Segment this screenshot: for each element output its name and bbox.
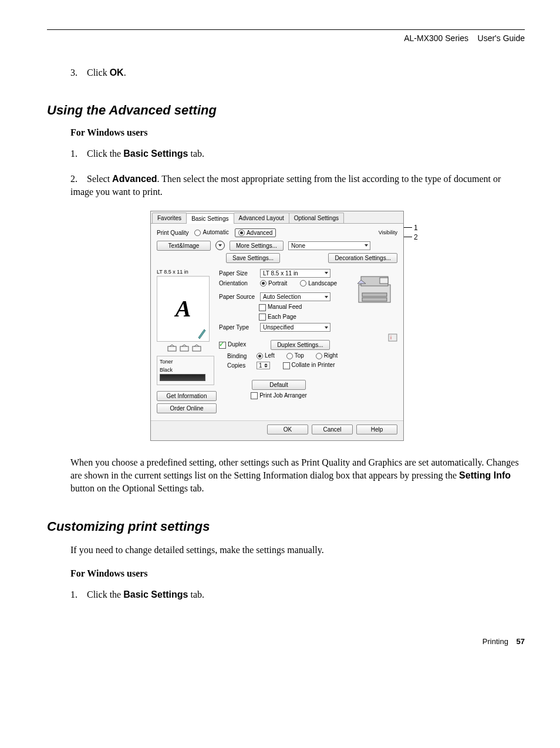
order-online-button[interactable]: Order Online [157,403,217,413]
copies-label: Copies [227,362,253,369]
visibility-dropdown[interactable]: None [288,241,370,250]
dropdown-callout-icon [215,241,225,250]
paper-type-label: Paper Type [219,324,257,331]
page-header: AL-MX300 Series User's Guide [47,33,525,43]
for-windows-users-2: For Windows users [70,568,525,579]
paper-size-dropdown[interactable]: LT 8.5 x 11 in [260,269,330,278]
orientation-label: Orientation [219,280,257,287]
get-information-button[interactable]: Get Information [157,391,217,401]
radio-binding-right[interactable]: Right [316,352,338,359]
more-settings-button[interactable]: More Settings... [230,241,284,251]
svg-rect-2 [193,346,201,351]
decoration-settings-button[interactable]: Decoration Settings... [328,253,397,263]
default-button[interactable]: Default [252,380,306,390]
step-1-basic-settings: 1. Click the Basic Settings tab. [70,147,525,160]
binding-label: Binding [227,353,253,359]
dialog-tabs: Favorites Basic Settings Advanced Layout… [151,211,403,224]
manual-feed-checkbox[interactable]: Manual Feed [259,304,302,311]
svg-rect-5 [362,293,387,296]
svg-rect-7 [380,278,388,284]
radio-binding-top[interactable]: Top [286,352,304,359]
step-2-select-advanced: 2. Select Advanced. Then select the most… [70,173,525,199]
print-job-arranger-checkbox[interactable]: Print Job Arranger [251,392,307,399]
footer-chapter: Printing [483,637,508,646]
save-settings-button[interactable]: Save Settings... [226,253,280,263]
toner-black-label: Black [160,367,211,373]
svg-rect-1 [180,346,188,351]
callout-annotations: 1 2 [404,211,421,241]
radio-automatic[interactable]: Automatic [194,229,228,236]
section-advanced-setting: Using the Advanced setting [47,103,525,118]
copies-spinner[interactable]: 1 [257,362,270,369]
pencil-icon [197,327,207,339]
step-number: 3. [70,66,85,79]
ok-button[interactable]: OK [267,424,308,434]
customizing-intro: If you need to change detailed settings,… [70,544,525,557]
page-footer: Printing 57 [47,637,525,646]
explain-paragraph: When you choose a predefined setting, ot… [70,456,525,496]
svg-rect-0 [168,346,176,351]
printer-image [345,269,395,310]
product-name: AL-MX300 Series [404,33,468,43]
duplex-checkbox[interactable]: Duplex [219,341,246,348]
toner-group: Toner Black [157,356,214,385]
svg-rect-6 [362,298,387,301]
radio-binding-left[interactable]: Left [257,352,275,359]
cancel-button[interactable]: Cancel [312,424,353,434]
step-3-click-ok: 3. Click OK. [70,66,525,79]
section-customizing: Customizing print settings [47,519,525,534]
print-quality-label: Print Quality [157,230,188,236]
each-page-checkbox[interactable]: Each Page [259,314,296,321]
tray-icons [157,344,213,352]
step-1-basic-settings-2: 1. Click the Basic Settings tab. [70,588,525,601]
callout-2: 2 [414,233,418,241]
paper-type-dropdown[interactable]: Unspecified [260,323,330,332]
radio-landscape[interactable]: Landscape [300,280,337,287]
duplex-settings-button[interactable]: Duplex Settings... [271,340,329,350]
help-button[interactable]: Help [356,424,397,434]
radio-portrait[interactable]: Portrait [260,280,287,287]
visibility-label: Visibility [379,230,397,235]
radio-advanced[interactable]: Advanced [235,228,276,237]
paper-source-dropdown[interactable]: Auto Selection [260,292,330,301]
preset-button[interactable]: Text&Image [157,241,211,251]
setting-info-label: Setting Info [459,470,511,480]
tab-basic-settings[interactable]: Basic Settings [186,213,234,224]
doc-type: User's Guide [478,33,525,43]
for-windows-users: For Windows users [70,127,525,138]
toner-bar [160,374,205,381]
collate-checkbox[interactable]: Collate in Printer [283,362,335,369]
paper-source-label: Paper Source [219,294,257,300]
size-name-label: LT 8.5 x 11 in [157,269,213,275]
printer-settings-dialog: Favorites Basic Settings Advanced Layout… [150,211,404,441]
tab-optional-settings[interactable]: Optional Settings [289,213,344,223]
svg-text:i: i [390,335,392,341]
toner-label: Toner [160,359,211,365]
page-preview: A [157,276,210,342]
tab-advanced-layout[interactable]: Advanced Layout [234,213,289,223]
callout-1: 1 [414,224,418,232]
info-icon[interactable]: i [345,333,397,343]
paper-size-label: Paper Size [219,270,257,277]
tab-favorites[interactable]: Favorites [152,213,187,223]
ok-label: OK [110,68,124,78]
footer-page-number: 57 [517,637,525,646]
